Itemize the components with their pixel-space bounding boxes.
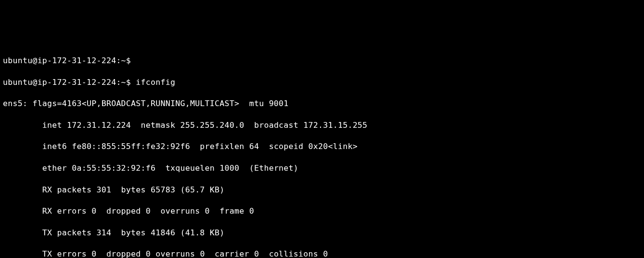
ens5-rx-errors: RX errors 0 dropped 0 overruns 0 frame 0: [3, 206, 641, 217]
ens5-tx-errors: TX errors 0 dropped 0 overruns 0 carrier…: [3, 249, 641, 258]
prompt-line-command: ubuntu@ip-172-31-12-224:~$ ifconfig: [3, 77, 641, 88]
ens5-tx-packets: TX packets 314 bytes 41846 (41.8 KB): [3, 228, 641, 238]
ens5-ether: ether 0a:55:55:32:92:f6 txqueuelen 1000 …: [3, 163, 641, 174]
terminal-output[interactable]: ubuntu@ip-172-31-12-224:~$ ubuntu@ip-172…: [3, 45, 641, 258]
ens5-inet: inet 172.31.12.224 netmask 255.255.240.0…: [3, 120, 641, 131]
ens5-rx-packets: RX packets 301 bytes 65783 (65.7 KB): [3, 185, 641, 195]
command-text: ifconfig: [136, 78, 175, 87]
ens5-inet6: inet6 fe80::855:55ff:fe32:92f6 prefixlen…: [3, 141, 641, 152]
ens5-header: ens5: flags=4163<UP,BROADCAST,RUNNING,MU…: [3, 98, 641, 109]
prompt-line-empty: ubuntu@ip-172-31-12-224:~$: [3, 55, 641, 66]
